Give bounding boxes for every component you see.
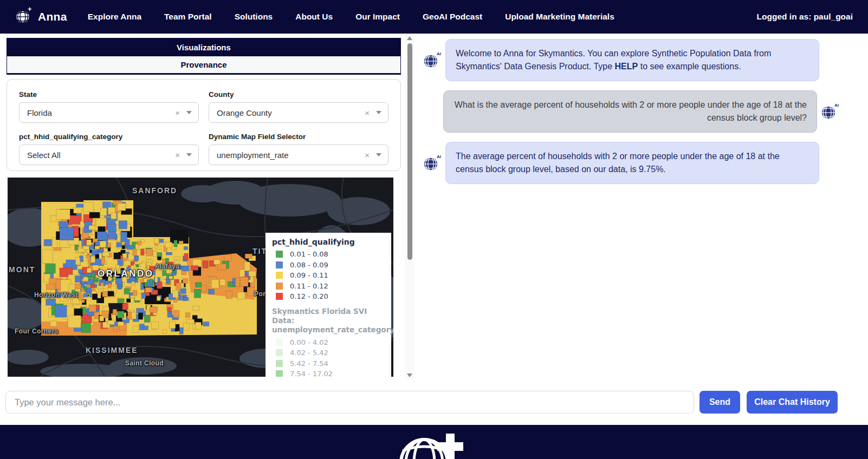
legend-range-label: 0.01 - 0.08 bbox=[290, 250, 328, 258]
dropdown-caret-icon[interactable] bbox=[186, 153, 192, 156]
nav-items: Explore AnnaTeam PortalSolutionsAbout Us… bbox=[88, 12, 614, 22]
send-button[interactable]: Send bbox=[699, 391, 740, 414]
filter-selected-value: Select All bbox=[27, 150, 175, 160]
legend-sub-items: 0.00 - 4.024.02 - 5.425.42 - 7.547.54 - … bbox=[272, 337, 385, 377]
legend-entry: 0.11 - 0.12 bbox=[272, 281, 385, 292]
legend-entry: 0.09 - 0.11 bbox=[272, 270, 385, 281]
legend-entry: 5.42 - 7.54 bbox=[272, 358, 385, 369]
bot-avatar-globe-icon: AI bbox=[423, 153, 442, 173]
chat-bubble: Welcome to Anna for Skymantics. You can … bbox=[445, 39, 819, 81]
panel-scrollbar[interactable] bbox=[405, 34, 414, 380]
clear-selection-icon[interactable]: × bbox=[175, 150, 180, 160]
legend-range-label: 0.09 - 0.11 bbox=[290, 271, 328, 279]
nav-item-solutions[interactable]: Solutions bbox=[235, 12, 273, 22]
filter-state: StateFlorida× bbox=[19, 90, 199, 123]
legend-swatch bbox=[276, 261, 283, 268]
filter-pct_hhid_qualifying_category: pct_hhid_qualifying_categorySelect All× bbox=[19, 133, 199, 165]
filter-label: State bbox=[19, 90, 199, 99]
legend-range-label: 5.42 - 7.54 bbox=[290, 359, 328, 368]
legend-title: pct_hhid_qualifying bbox=[272, 238, 385, 246]
filter-select[interactable]: unemployment_rate× bbox=[209, 145, 388, 165]
clear-selection-icon[interactable]: × bbox=[365, 150, 370, 160]
filter-selected-value: Florida bbox=[27, 108, 175, 117]
scrollbar-up-arrow-icon[interactable] bbox=[407, 36, 412, 40]
user-avatar-globe-icon: AI bbox=[820, 101, 840, 122]
filter-selected-value: Orange County bbox=[217, 108, 365, 117]
top-navbar: + Anna Explore AnnaTeam PortalSolutionsA… bbox=[0, 0, 868, 34]
legend-swatch bbox=[276, 370, 283, 377]
footer bbox=[0, 425, 868, 459]
svg-text:AI: AI bbox=[834, 103, 839, 108]
chat-bubble: What is the average percent of household… bbox=[443, 90, 817, 133]
footer-globe-plus-logo-icon bbox=[396, 429, 472, 459]
filters-card: StateFlorida×CountyOrange County×pct_hhi… bbox=[7, 79, 401, 171]
legend-entry: 4.02 - 5.42 bbox=[272, 347, 385, 358]
dropdown-caret-icon[interactable] bbox=[376, 111, 381, 114]
bot-avatar-globe-icon: AI bbox=[423, 50, 442, 70]
filter-label: Dynamic Map Field Selector bbox=[209, 133, 388, 141]
svg-text:AI: AI bbox=[437, 51, 441, 56]
filter-selected-value: unemployment_rate bbox=[217, 150, 365, 160]
filter-county: CountyOrange County× bbox=[209, 90, 388, 123]
legend-range-label: 0.08 - 0.09 bbox=[290, 261, 328, 269]
visualizations-header: Visualizations bbox=[7, 38, 400, 56]
left-panel-headers: Visualizations Provenance bbox=[7, 38, 401, 75]
legend-entry: 0.08 - 0.09 bbox=[272, 260, 385, 271]
dropdown-caret-icon[interactable] bbox=[186, 111, 192, 114]
legend-swatch bbox=[276, 339, 283, 346]
nav-item-about-us[interactable]: About Us bbox=[295, 12, 333, 22]
dropdown-caret-icon[interactable] bbox=[376, 153, 381, 156]
legend-swatch bbox=[276, 272, 283, 279]
nav-item-upload-marketing-materials[interactable]: Upload Marketing Materials bbox=[505, 12, 614, 22]
legend-swatch bbox=[276, 360, 283, 367]
legend-swatch bbox=[276, 349, 283, 356]
legend-swatch bbox=[276, 251, 283, 258]
chat-message-list: AIWelcome to Anna for Skymantics. You ca… bbox=[423, 39, 840, 193]
legend-subtitle: Skymantics Florida SVI Data: unemploymen… bbox=[272, 307, 385, 335]
svg-text:+: + bbox=[28, 6, 32, 13]
legend-range-label: 0.11 - 0.12 bbox=[290, 282, 328, 290]
chat-message-input[interactable] bbox=[5, 391, 694, 414]
nav-item-explore-anna[interactable]: Explore Anna bbox=[88, 12, 141, 22]
provenance-tab[interactable]: Provenance bbox=[7, 56, 400, 74]
filter-dynamic-map-field-selector: Dynamic Map Field Selectorunemployment_r… bbox=[209, 133, 388, 165]
nav-item-geoai-podcast[interactable]: GeoAI Podcast bbox=[423, 12, 482, 22]
legend-swatch bbox=[276, 283, 283, 290]
filter-label: County bbox=[209, 90, 388, 99]
clear-selection-icon[interactable]: × bbox=[365, 108, 370, 117]
chat-bubble: The average percent of households with 2… bbox=[445, 142, 819, 184]
svg-text:AI: AI bbox=[437, 154, 441, 159]
filter-select[interactable]: Florida× bbox=[19, 102, 199, 123]
brand-name[interactable]: Anna bbox=[38, 10, 67, 23]
legend-swatch bbox=[276, 293, 283, 300]
filter-select[interactable]: Select All× bbox=[19, 145, 199, 165]
map-legend: pct_hhid_qualifying 0.01 - 0.080.08 - 0.… bbox=[265, 233, 391, 377]
legend-entry: 0.12 - 0.20 bbox=[272, 291, 385, 302]
legend-range-label: 0.00 - 4.02 bbox=[290, 338, 328, 346]
legend-entry: 0.00 - 4.02 bbox=[272, 337, 385, 348]
legend-range-label: 7.54 - 17.02 bbox=[290, 370, 333, 377]
chat-message-row: AIWelcome to Anna for Skymantics. You ca… bbox=[423, 39, 840, 81]
chat-message-row: What is the average percent of household… bbox=[423, 90, 840, 133]
legend-entry: 7.54 - 17.02 bbox=[272, 369, 385, 377]
brand[interactable]: + Anna bbox=[15, 6, 67, 27]
scrollbar-thumb[interactable] bbox=[407, 43, 412, 260]
legend-items: 0.01 - 0.080.08 - 0.090.09 - 0.110.11 - … bbox=[272, 249, 385, 302]
nav-item-our-impact[interactable]: Our Impact bbox=[355, 12, 400, 22]
filter-label: pct_hhid_qualifying_category bbox=[19, 133, 199, 141]
logged-in-as: Logged in as: paul_goai bbox=[757, 12, 853, 22]
scrollbar-down-arrow-icon[interactable] bbox=[407, 373, 412, 377]
chat-message-row: AIThe average percent of households with… bbox=[423, 142, 840, 184]
clear-selection-icon[interactable]: × bbox=[175, 108, 180, 117]
legend-range-label: 4.02 - 5.42 bbox=[290, 349, 328, 357]
clear-chat-history-button[interactable]: Clear Chat History bbox=[747, 391, 838, 414]
globe-plus-logo-icon: + bbox=[15, 6, 33, 27]
nav-item-team-portal[interactable]: Team Portal bbox=[164, 12, 212, 22]
legend-entry: 0.01 - 0.08 bbox=[272, 249, 385, 260]
filter-select[interactable]: Orange County× bbox=[209, 102, 388, 123]
choropleth-map[interactable]: SANFORDRMONTORLANDOAlafayaHorizon WestFo… bbox=[8, 178, 393, 377]
legend-range-label: 0.12 - 0.20 bbox=[290, 292, 328, 300]
